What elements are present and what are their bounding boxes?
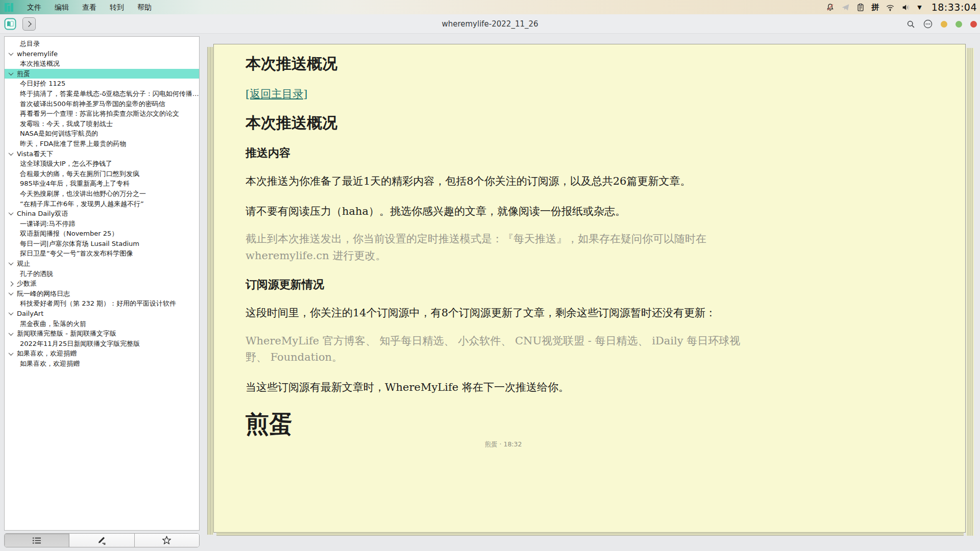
back-to-main-toc-link[interactable]: [返回主目录] xyxy=(246,88,307,100)
toc-item-label: 新闻联播完整版 - 新闻联播文字版 xyxy=(17,329,116,339)
toc-item-label: 科技爱好者周刊（第 232 期）：好用的平面设计软件 xyxy=(20,298,176,309)
toc-item-label: 总目录 xyxy=(20,39,40,49)
toc-item[interactable]: 科技爱好者周刊（第 232 期）：好用的平面设计软件 xyxy=(5,298,199,309)
menu-item[interactable]: 文件 xyxy=(20,0,48,14)
section-heading: 本次推送概况 xyxy=(246,55,761,73)
wifi-icon[interactable] xyxy=(886,3,895,12)
toc-item-label: 合租最大的痛，每天在厕所门口憋到发疯 xyxy=(20,169,139,179)
chevron-down-icon[interactable] xyxy=(9,211,14,216)
toc-item[interactable]: 探日卫星“夸父一号”首次发布科学图像 xyxy=(5,248,199,259)
toc-item-label: 2022年11月25日新闻联播文字版完整版 xyxy=(20,339,140,349)
toc-item-label: DailyArt xyxy=(17,309,43,319)
menu-item[interactable]: 编辑 xyxy=(48,0,76,14)
chevron-down-icon[interactable] xyxy=(9,310,14,315)
reading-area: 本次推送概况[返回主目录]本次推送概况推送内容本次推送为你准备了最近1天的精彩内… xyxy=(207,44,974,536)
menu-item[interactable]: 转到 xyxy=(103,0,131,14)
paragraph: 本次推送为你准备了最近1天的精彩内容，包括8个你关注的订阅源，以及总共26篇更新… xyxy=(246,173,761,190)
toc-item-label: 今日好价 1125 xyxy=(20,79,65,89)
toc-item[interactable]: 985毕业4年后，我重新高考上了专科 xyxy=(5,179,199,189)
toc-item[interactable]: 阮一峰的网络日志 xyxy=(5,289,199,299)
toc-item-label: “在精子库工作6年，发现男人越来越不行” xyxy=(20,199,144,209)
toc-tab-button[interactable] xyxy=(5,534,69,547)
toc-item[interactable]: 孔子的洒脱 xyxy=(5,269,199,279)
toc-item[interactable]: 煎蛋 xyxy=(5,69,199,79)
chevron-down-icon[interactable] xyxy=(9,51,14,56)
toc-item[interactable]: 2022年11月25日新闻联播文字版完整版 xyxy=(5,339,199,349)
toc-item[interactable]: Vista看天下 xyxy=(5,149,199,159)
toc-item-label: NASA是如何训练宇航员的 xyxy=(20,129,98,139)
toc-item[interactable]: 黑金夜曲，坠落的火箭 xyxy=(5,319,199,329)
toc-item[interactable]: 本次推送概况 xyxy=(5,59,199,69)
toc-sidebar: 总目录wheremylife本次推送概况煎蛋今日好价 1125终于搞清了，答案是… xyxy=(4,36,200,531)
notifications-disabled-icon[interactable] xyxy=(826,3,835,12)
maximize-button[interactable] xyxy=(955,21,962,28)
toc-item[interactable]: DailyArt xyxy=(5,309,199,319)
chevron-down-icon[interactable] xyxy=(9,151,14,156)
toc-item[interactable]: 新闻联播完整版 - 新闻联播文字版 xyxy=(5,329,199,339)
toc-item[interactable]: 如果喜欢，欢迎捐赠 xyxy=(5,348,199,359)
annotations-tab-button[interactable] xyxy=(69,534,134,547)
toc-item[interactable]: 如果喜欢，欢迎捐赠 xyxy=(5,359,199,369)
page-footer: 煎蛋 · 18:32 xyxy=(246,440,761,449)
toc-item[interactable]: 合租最大的痛，每天在厕所门口憋到发疯 xyxy=(5,169,199,179)
toc-item[interactable]: 今天热搜刷屏，也没讲出他野心的万分之一 xyxy=(5,189,199,199)
toc-item[interactable]: 观止 xyxy=(5,259,199,269)
toc-item[interactable]: China Daily双语 xyxy=(5,209,199,219)
chevron-right-icon[interactable] xyxy=(9,281,14,286)
toc-item[interactable]: 发霉啦：今天，我成了喷射战士 xyxy=(5,119,199,129)
sidebar-toolbar xyxy=(4,533,200,547)
section-heading: 推送内容 xyxy=(246,145,761,160)
menu-item[interactable]: 帮助 xyxy=(131,0,158,14)
toc-item-label: 如果喜欢，欢迎捐赠 xyxy=(17,348,77,359)
toc-item[interactable]: 再看看另一个查理：苏富比将拍卖查尔斯达尔文的论文 xyxy=(5,109,199,119)
clipboard-icon[interactable] xyxy=(856,3,865,12)
toc-item[interactable]: 这全球顶级大IP，怎么不挣钱了 xyxy=(5,159,199,169)
volume-icon[interactable] xyxy=(901,3,911,12)
chevron-down-icon[interactable] xyxy=(9,350,14,356)
page-stack-left-edge xyxy=(207,47,213,535)
bookmarks-tab-button[interactable] xyxy=(135,534,199,547)
toc-item[interactable]: 每日一词|卢塞尔体育场 Lusail Stadium xyxy=(5,239,199,249)
toc-item-label: 985毕业4年后，我重新高考上了专科 xyxy=(20,179,130,189)
menubar-menus: 文件编辑查看转到帮助 xyxy=(20,0,158,14)
toc-item[interactable]: 终于搞清了，答案是单线态-δ亚稳态氧分子：闪电如何传播，以... xyxy=(5,89,199,99)
toc-item-label: 观止 xyxy=(17,259,30,269)
toc-item-label: 如果喜欢，欢迎捐赠 xyxy=(20,359,80,369)
chevron-down-icon[interactable] xyxy=(9,70,14,76)
toc-item-label: 双语新闻播报（November 25） xyxy=(20,229,118,239)
toc-item[interactable]: 总目录 xyxy=(5,39,199,49)
back-link-line: [返回主目录] xyxy=(246,87,761,101)
toc-item-label: Vista看天下 xyxy=(17,149,53,159)
close-button[interactable] xyxy=(970,21,977,28)
input-method-pinyin-icon[interactable]: 拼 xyxy=(871,3,879,11)
toc-item-label: China Daily双语 xyxy=(17,209,68,219)
toc-item[interactable]: 少数派 xyxy=(5,279,199,289)
toc-item[interactable]: “在精子库工作6年，发现男人越来越不行” xyxy=(5,199,199,209)
telegram-icon[interactable] xyxy=(841,3,850,12)
book-page[interactable]: 本次推送概况[返回主目录]本次推送概况推送内容本次推送为你准备了最近1天的精彩内… xyxy=(213,44,966,533)
menu-item[interactable]: 查看 xyxy=(76,0,103,14)
window-titlebar: wheremylife-2022_11_26 xyxy=(0,14,980,34)
chevron-down-icon[interactable] xyxy=(9,290,14,295)
manjaro-logo-icon[interactable] xyxy=(5,3,13,12)
toc-item[interactable]: wheremylife xyxy=(5,49,199,59)
minimize-button[interactable] xyxy=(941,21,947,28)
toc-item[interactable]: NASA是如何训练宇航员的 xyxy=(5,129,199,139)
toc-item-label: 发霉啦：今天，我成了喷射战士 xyxy=(20,119,113,129)
page-content: 本次推送概况[返回主目录]本次推送概况推送内容本次推送为你准备了最近1天的精彩内… xyxy=(246,44,761,438)
toc-item[interactable]: 双语新闻播报（November 25） xyxy=(5,229,199,239)
toc-item-label: 探日卫星“夸父一号”首次发布科学图像 xyxy=(20,248,133,259)
panel-caret-icon[interactable]: ▼ xyxy=(917,4,921,11)
toc-item[interactable]: 今日好价 1125 xyxy=(5,79,199,89)
chevron-down-icon[interactable] xyxy=(9,331,14,336)
chevron-down-icon[interactable] xyxy=(9,260,14,265)
search-icon[interactable] xyxy=(906,20,915,29)
panel-clock[interactable]: 18:33:04 xyxy=(932,2,977,13)
paragraph: 当这些订阅源有最新文章时，WhereMyLife 将在下一次推送给你。 xyxy=(246,379,761,396)
menu-ellipsis-icon[interactable] xyxy=(923,19,933,29)
toc-item-label: 首次破译出500年前神圣罗马帝国的皇帝的密码信 xyxy=(20,99,165,109)
toc-item[interactable]: 昨天，FDA批准了世界上最贵的药物 xyxy=(5,139,199,149)
toc-item[interactable]: 首次破译出500年前神圣罗马帝国的皇帝的密码信 xyxy=(5,99,199,109)
paragraph: WhereMyLife 官方博客、 知乎每日精选、 小众软件、 CNU视觉联盟 … xyxy=(246,333,761,366)
toc-item[interactable]: 一课译词:马不停蹄 xyxy=(5,219,199,229)
